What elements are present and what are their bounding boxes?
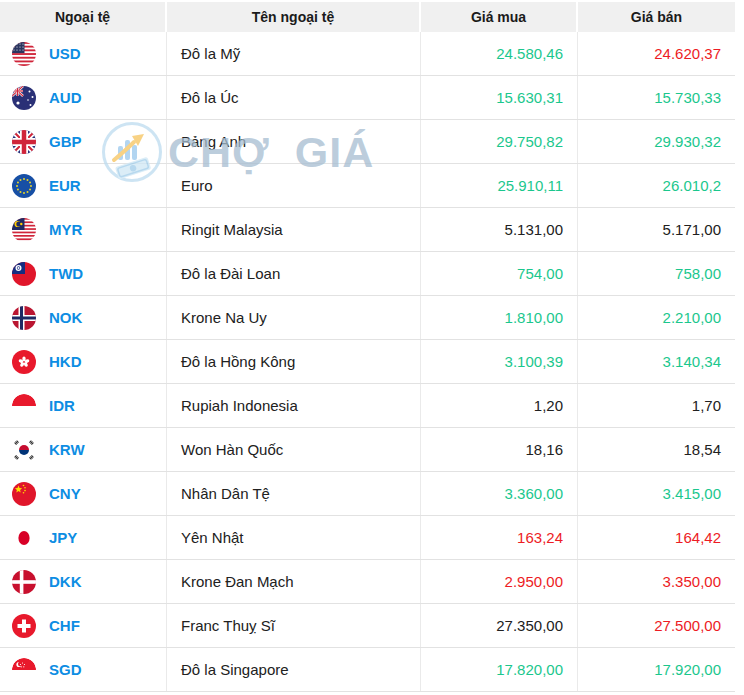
buy-price: 1.810,00 <box>421 296 578 339</box>
currency-code-link[interactable]: USD <box>49 45 81 62</box>
currency-code-link[interactable]: EUR <box>49 177 81 194</box>
table-body: USD Đô la Mỹ 24.580,46 24.620,37 AUD Đô … <box>0 32 735 692</box>
sell-price: 2.210,00 <box>578 296 735 339</box>
currency-code-link[interactable]: NOK <box>49 309 82 326</box>
currency-code-link[interactable]: IDR <box>49 397 75 414</box>
table-header: Ngoại tệ Tên ngoại tệ Giá mua Giá bán <box>0 2 735 32</box>
col-header-sell-price: Giá bán <box>578 2 735 32</box>
flag-jpy <box>12 526 36 550</box>
sell-price: 5.171,00 <box>578 208 735 251</box>
currency-name: Đô la Hồng Kông <box>167 340 421 383</box>
buy-price: 25.910,11 <box>421 164 578 207</box>
sell-price: 1,70 <box>578 384 735 427</box>
currency-cell: JPY <box>0 516 167 559</box>
buy-price: 2.950,00 <box>421 560 578 603</box>
currency-row: KRW Won Hàn Quốc 18,16 18,54 <box>0 428 735 472</box>
currency-row: NOK Krone Na Uy 1.810,00 2.210,00 <box>0 296 735 340</box>
currency-row: IDR Rupiah Indonesia 1,20 1,70 <box>0 384 735 428</box>
flag-twd <box>12 262 36 286</box>
flag-nok <box>12 306 36 330</box>
buy-price: 754,00 <box>421 252 578 295</box>
currency-cell: IDR <box>0 384 167 427</box>
currency-name: Franc Thuỵ Sĩ <box>167 604 421 647</box>
currency-name: Ringit Malaysia <box>167 208 421 251</box>
currency-code-link[interactable]: MYR <box>49 221 82 238</box>
currency-row: MYR Ringit Malaysia 5.131,00 5.171,00 <box>0 208 735 252</box>
currency-row: AUD Đô la Úc 15.630,31 15.730,33 <box>0 76 735 120</box>
flag-usd <box>12 42 36 66</box>
currency-name: Rupiah Indonesia <box>167 384 421 427</box>
sell-price: 26.010,2 <box>578 164 735 207</box>
buy-price: 29.750,82 <box>421 120 578 163</box>
sell-price: 18,54 <box>578 428 735 471</box>
currency-code-link[interactable]: CHF <box>49 617 80 634</box>
buy-price: 18,16 <box>421 428 578 471</box>
flag-eur <box>12 174 36 198</box>
col-header-currency-name: Tên ngoại tệ <box>167 2 421 32</box>
currency-row: GBP Bảng Anh 29.750,82 29.930,32 <box>0 120 735 164</box>
currency-cell: USD <box>0 32 167 75</box>
buy-price: 24.580,46 <box>421 32 578 75</box>
currency-row: JPY Yên Nhật 163,24 164,42 <box>0 516 735 560</box>
currency-code-link[interactable]: JPY <box>49 529 77 546</box>
currency-code-link[interactable]: KRW <box>49 441 85 458</box>
currency-cell: DKK <box>0 560 167 603</box>
currency-name: Krone Đan Mạch <box>167 560 421 603</box>
col-header-buy-price: Giá mua <box>421 2 578 32</box>
currency-cell: GBP <box>0 120 167 163</box>
flag-dkk <box>12 570 36 594</box>
currency-cell: EUR <box>0 164 167 207</box>
currency-row: DKK Krone Đan Mạch 2.950,00 3.350,00 <box>0 560 735 604</box>
currency-row: TWD Đô la Đài Loan 754,00 758,00 <box>0 252 735 296</box>
sell-price: 3.140,34 <box>578 340 735 383</box>
currency-row: EUR Euro 25.910,11 26.010,2 <box>0 164 735 208</box>
currency-code-link[interactable]: DKK <box>49 573 82 590</box>
currency-name: Đô la Mỹ <box>167 32 421 75</box>
sell-price: 24.620,37 <box>578 32 735 75</box>
sell-price: 3.350,00 <box>578 560 735 603</box>
buy-price: 5.131,00 <box>421 208 578 251</box>
currency-code-link[interactable]: HKD <box>49 353 82 370</box>
currency-name: Bảng Anh <box>167 120 421 163</box>
currency-cell: AUD <box>0 76 167 119</box>
currency-row: USD Đô la Mỹ 24.580,46 24.620,37 <box>0 32 735 76</box>
currency-code-link[interactable]: GBP <box>49 133 82 150</box>
currency-name: Yên Nhật <box>167 516 421 559</box>
currency-name: Nhân Dân Tệ <box>167 472 421 515</box>
currency-cell: CNY <box>0 472 167 515</box>
sell-price: 164,42 <box>578 516 735 559</box>
currency-cell: HKD <box>0 340 167 383</box>
exchange-rate-table: Ngoại tệ Tên ngoại tệ Giá mua Giá bán US… <box>0 2 735 692</box>
sell-price: 15.730,33 <box>578 76 735 119</box>
currency-code-link[interactable]: CNY <box>49 485 81 502</box>
currency-cell: TWD <box>0 252 167 295</box>
currency-name: Euro <box>167 164 421 207</box>
sell-price: 758,00 <box>578 252 735 295</box>
currency-cell: CHF <box>0 604 167 647</box>
currency-code-link[interactable]: SGD <box>49 661 82 678</box>
buy-price: 1,20 <box>421 384 578 427</box>
flag-cny <box>12 482 36 506</box>
currency-code-link[interactable]: TWD <box>49 265 83 282</box>
buy-price: 3.360,00 <box>421 472 578 515</box>
sell-price: 29.930,32 <box>578 120 735 163</box>
col-header-currency: Ngoại tệ <box>0 2 167 32</box>
currency-name: Đô la Úc <box>167 76 421 119</box>
currency-cell: KRW <box>0 428 167 471</box>
flag-idr <box>12 394 36 418</box>
flag-myr <box>12 218 36 242</box>
flag-sgd <box>12 658 36 682</box>
flag-krw <box>12 438 36 462</box>
currency-cell: MYR <box>0 208 167 251</box>
currency-code-link[interactable]: AUD <box>49 89 82 106</box>
currency-cell: SGD <box>0 648 167 691</box>
currency-name: Đô la Đài Loan <box>167 252 421 295</box>
flag-aud <box>12 86 36 110</box>
sell-price: 3.415,00 <box>578 472 735 515</box>
buy-price: 3.100,39 <box>421 340 578 383</box>
currency-row: CNY Nhân Dân Tệ 3.360,00 3.415,00 <box>0 472 735 516</box>
flag-gbp <box>12 130 36 154</box>
currency-name: Krone Na Uy <box>167 296 421 339</box>
currency-row: CHF Franc Thuỵ Sĩ 27.350,00 27.500,00 <box>0 604 735 648</box>
currency-name: Won Hàn Quốc <box>167 428 421 471</box>
